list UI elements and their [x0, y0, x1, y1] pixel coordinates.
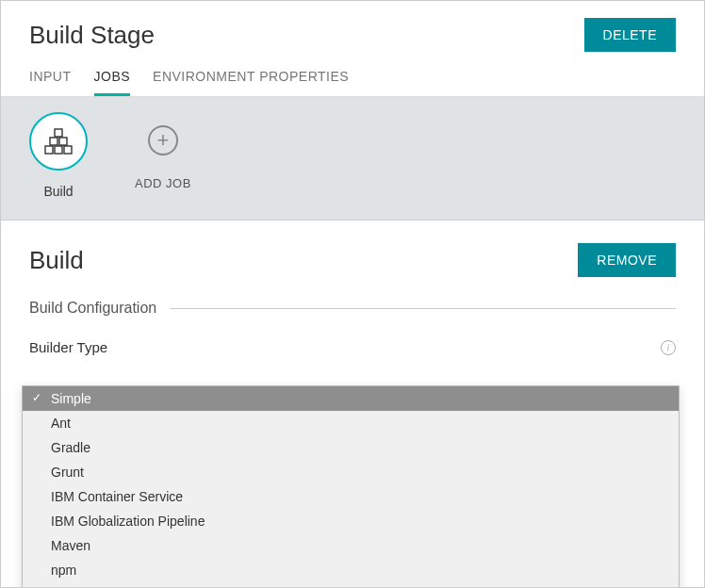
dropdown-option-ibm-container-service[interactable]: IBM Container Service — [23, 484, 679, 509]
page-title: Build Stage — [29, 21, 155, 50]
builder-type-dropdown[interactable]: Simple Ant Gradle Grunt IBM Container Se… — [22, 385, 680, 588]
tab-input[interactable]: INPUT — [29, 69, 72, 96]
dropdown-option-grunt[interactable]: Grunt — [23, 460, 679, 484]
dropdown-option-ant[interactable]: Ant — [23, 411, 679, 435]
dropdown-option-maven[interactable]: Maven — [23, 533, 679, 558]
dropdown-option-gradle[interactable]: Gradle — [23, 435, 679, 460]
add-job-button[interactable]: + ADD JOB — [135, 112, 191, 199]
dropdown-option-shell-script[interactable]: Shell Script — [23, 582, 679, 588]
svg-rect-0 — [55, 129, 62, 137]
job-config-section: Build REMOVE Build Configuration Builder… — [1, 220, 704, 365]
dropdown-option-npm[interactable]: npm — [23, 558, 679, 582]
svg-rect-5 — [64, 146, 72, 154]
divider-line — [170, 308, 676, 309]
add-job-circle: + — [148, 125, 178, 155]
info-icon[interactable]: i — [661, 340, 676, 355]
tab-environment-properties[interactable]: ENVIRONMENT PROPERTIES — [153, 69, 349, 96]
job-build[interactable]: Build — [29, 112, 88, 199]
tab-jobs[interactable]: JOBS — [94, 69, 131, 96]
dropdown-option-simple[interactable]: Simple — [23, 386, 679, 411]
svg-rect-3 — [45, 146, 53, 154]
tabs-bar: INPUT JOBS ENVIRONMENT PROPERTIES — [1, 59, 704, 97]
build-configuration-heading: Build Configuration — [29, 300, 156, 317]
remove-button[interactable]: REMOVE — [578, 243, 676, 277]
build-stack-icon — [44, 128, 73, 155]
svg-rect-2 — [59, 138, 67, 145]
svg-rect-4 — [55, 146, 62, 154]
jobs-strip: Build + ADD JOB — [1, 97, 704, 220]
build-job-circle — [29, 112, 88, 171]
dropdown-option-ibm-globalization-pipeline[interactable]: IBM Globalization Pipeline — [23, 509, 679, 533]
svg-rect-1 — [50, 138, 57, 145]
delete-button[interactable]: DELETE — [584, 18, 676, 52]
plus-icon: + — [156, 130, 169, 151]
section-title: Build — [29, 246, 84, 275]
job-build-label: Build — [43, 184, 73, 199]
add-job-label: ADD JOB — [135, 176, 191, 190]
builder-type-label: Builder Type — [29, 339, 107, 355]
